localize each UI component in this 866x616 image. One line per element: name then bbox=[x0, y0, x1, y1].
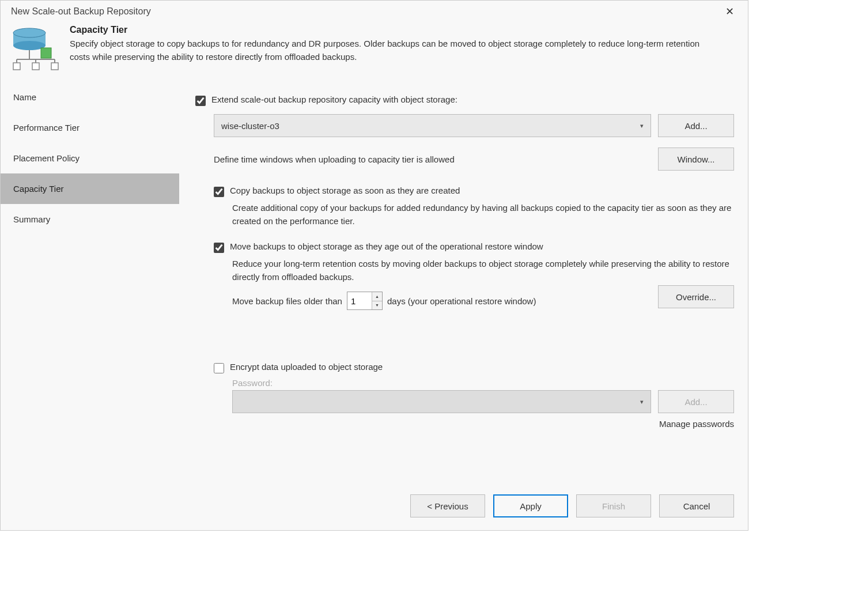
spinner-buttons: ▲ ▼ bbox=[372, 292, 382, 309]
sidebar-item-label: Performance Tier bbox=[13, 123, 80, 133]
wizard-window: New Scale-out Backup Repository ✕ Cap bbox=[0, 0, 748, 531]
manage-passwords-link[interactable]: Manage passwords bbox=[232, 419, 734, 429]
svg-rect-12 bbox=[41, 48, 51, 58]
storage-dropdown[interactable]: wise-cluster-o3 ▾ bbox=[214, 114, 651, 137]
define-window-text: Define time windows when uploading to ca… bbox=[214, 154, 455, 164]
copy-checkbox[interactable] bbox=[214, 187, 224, 197]
move-prefix-text: Move backup files older than bbox=[232, 296, 342, 306]
extend-checkbox-row: Extend scale-out backup repository capac… bbox=[195, 95, 734, 106]
wizard-header: Capacity Tier Specify object storage to … bbox=[1, 17, 748, 82]
svg-rect-9 bbox=[13, 63, 20, 70]
sidebar-item-name[interactable]: Name bbox=[1, 82, 179, 112]
cancel-button[interactable]: Cancel bbox=[659, 494, 734, 517]
sidebar-item-summary[interactable]: Summary bbox=[1, 204, 179, 235]
extend-label: Extend scale-out backup repository capac… bbox=[211, 95, 457, 104]
move-suffix-text: days (your operational restore window) bbox=[387, 296, 536, 306]
add-password-button: Add... bbox=[658, 390, 734, 413]
override-button[interactable]: Override... bbox=[658, 285, 734, 308]
sidebar-item-placement-policy[interactable]: Placement Policy bbox=[1, 143, 179, 173]
titlebar: New Scale-out Backup Repository ✕ bbox=[1, 1, 748, 17]
move-checkbox[interactable] bbox=[214, 243, 224, 253]
wizard-footer: < Previous Apply Finish Cancel bbox=[1, 482, 748, 530]
encrypt-checkbox[interactable] bbox=[214, 363, 224, 373]
encrypt-label: Encrypt data uploaded to object storage bbox=[230, 362, 383, 372]
encrypt-section: Encrypt data uploaded to object storage … bbox=[214, 362, 734, 429]
chevron-down-icon: ▾ bbox=[640, 398, 644, 406]
password-dropdown: ▾ bbox=[232, 390, 651, 413]
sidebar-item-label: Name bbox=[13, 92, 36, 102]
sidebar-item-performance-tier[interactable]: Performance Tier bbox=[1, 112, 179, 143]
move-section: Move backups to object storage as they a… bbox=[214, 241, 734, 310]
finish-button: Finish bbox=[576, 494, 651, 517]
move-label: Move backups to object storage as they a… bbox=[230, 241, 543, 251]
encrypt-indent: Password: ▾ Add... Manage passwords bbox=[232, 378, 734, 429]
apply-button[interactable]: Apply bbox=[493, 494, 568, 517]
extend-indent: wise-cluster-o3 ▾ Add... Define time win… bbox=[214, 114, 734, 429]
extend-checkbox[interactable] bbox=[195, 96, 206, 106]
copy-description: Create additional copy of your backups f… bbox=[232, 202, 734, 228]
move-days-controls: Move backup files older than ▲ ▼ days (y… bbox=[232, 292, 536, 310]
storage-selected-value: wise-cluster-o3 bbox=[221, 121, 279, 131]
define-window-row: Define time windows when uploading to ca… bbox=[214, 148, 734, 171]
header-text: Capacity Tier Specify object storage to … bbox=[70, 25, 721, 71]
spin-up-button[interactable]: ▲ bbox=[372, 292, 382, 301]
svg-rect-11 bbox=[51, 63, 58, 70]
header-description: Specify object storage to copy backups t… bbox=[70, 37, 721, 63]
spin-down-button[interactable]: ▼ bbox=[372, 301, 382, 310]
chevron-down-icon: ▾ bbox=[640, 122, 644, 130]
sidebar-item-label: Placement Policy bbox=[13, 153, 80, 163]
add-storage-button[interactable]: Add... bbox=[658, 114, 734, 137]
storage-row: wise-cluster-o3 ▾ Add... bbox=[214, 114, 734, 137]
encrypt-checkbox-row: Encrypt data uploaded to object storage bbox=[214, 362, 734, 373]
copy-checkbox-row: Copy backups to object storage as soon a… bbox=[214, 186, 734, 197]
days-spinner: ▲ ▼ bbox=[347, 292, 383, 310]
copy-label: Copy backups to object storage as soon a… bbox=[230, 186, 460, 195]
wizard-body: Name Performance Tier Placement Policy C… bbox=[1, 82, 748, 482]
move-desc-block: Reduce your long-term retention costs by… bbox=[232, 258, 734, 310]
sidebar-item-capacity-tier[interactable]: Capacity Tier bbox=[1, 173, 179, 204]
previous-button[interactable]: < Previous bbox=[410, 494, 485, 517]
days-input[interactable] bbox=[347, 292, 372, 309]
move-checkbox-row: Move backups to object storage as they a… bbox=[214, 241, 734, 253]
copy-desc-block: Create additional copy of your backups f… bbox=[232, 202, 734, 228]
copy-section: Copy backups to object storage as soon a… bbox=[214, 186, 734, 228]
capacity-tier-icon bbox=[11, 25, 63, 71]
header-title: Capacity Tier bbox=[70, 25, 721, 35]
password-label: Password: bbox=[232, 378, 734, 388]
move-days-row: Move backup files older than ▲ ▼ days (y… bbox=[232, 284, 734, 310]
sidebar-item-label: Capacity Tier bbox=[13, 184, 64, 194]
close-icon[interactable]: ✕ bbox=[722, 6, 738, 17]
password-row: ▾ Add... bbox=[232, 390, 734, 413]
wizard-main: Extend scale-out backup repository capac… bbox=[179, 82, 748, 482]
sidebar-item-label: Summary bbox=[13, 214, 50, 224]
window-button[interactable]: Window... bbox=[658, 148, 734, 171]
move-description: Reduce your long-term retention costs by… bbox=[232, 258, 734, 284]
svg-rect-10 bbox=[32, 63, 39, 70]
window-title: New Scale-out Backup Repository bbox=[11, 6, 151, 17]
wizard-sidebar: Name Performance Tier Placement Policy C… bbox=[1, 82, 179, 482]
